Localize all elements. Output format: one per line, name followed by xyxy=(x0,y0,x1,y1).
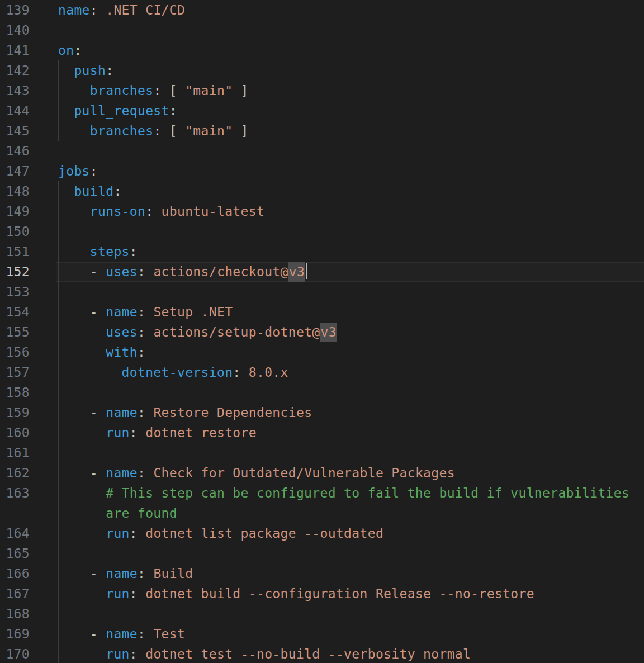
line-number[interactable]: 153 xyxy=(0,282,30,302)
code-token: : xyxy=(138,305,145,319)
code-token: Test xyxy=(145,627,185,641)
line-number[interactable]: 160 xyxy=(0,423,30,443)
code-text: branches: [ "main" ] xyxy=(58,80,249,101)
line-number[interactable]: 162 xyxy=(0,463,30,483)
code-token: # This step can be configured to fail th… xyxy=(58,486,629,500)
code-line[interactable]: 157 dotnet-version: 8.0.x xyxy=(0,362,644,382)
line-number[interactable]: 146 xyxy=(0,141,30,161)
code-line[interactable]: 153 xyxy=(0,282,644,302)
line-number[interactable]: 159 xyxy=(0,402,30,423)
code-editor[interactable]: 139name: .NET CI/CD140141on:142 push:143… xyxy=(0,0,644,663)
occurrence-highlight: v3 xyxy=(288,262,305,282)
code-line[interactable]: 147jobs: xyxy=(0,161,644,181)
line-number[interactable]: 143 xyxy=(0,80,30,101)
code-token: : [ xyxy=(153,124,185,138)
line-number[interactable]: 141 xyxy=(0,40,30,60)
line-number[interactable]: 167 xyxy=(0,584,30,604)
code-token: name xyxy=(106,305,138,319)
line-number[interactable]: 142 xyxy=(0,60,30,80)
code-token: : xyxy=(138,264,145,279)
code-line[interactable]: 146 xyxy=(0,141,644,161)
line-number[interactable]: 148 xyxy=(0,181,30,201)
code-text: # This step can be configured to fail th… xyxy=(58,483,629,503)
code-line[interactable]: 150 xyxy=(0,221,644,241)
code-line-current[interactable]: 152 - uses: actions/checkout@v3 xyxy=(0,262,644,282)
code-line[interactable]: 155 uses: actions/setup-dotnet@v3 xyxy=(0,322,644,342)
line-number[interactable]: 156 xyxy=(0,342,30,362)
code-line[interactable]: 145 branches: [ "main" ] xyxy=(0,121,644,141)
line-number[interactable]: 170 xyxy=(0,644,30,663)
code-token: : xyxy=(138,566,145,581)
code-line[interactable]: 142 push: xyxy=(0,60,644,80)
line-number[interactable]: 169 xyxy=(0,624,30,644)
code-token: dotnet test --no-build --verbosity norma… xyxy=(138,647,471,661)
code-token: : xyxy=(130,425,138,440)
code-line[interactable]: 170 run: dotnet test --no-build --verbos… xyxy=(0,644,644,663)
line-number[interactable]: 139 xyxy=(0,0,30,20)
code-line[interactable]: 165 xyxy=(0,543,644,563)
code-line[interactable]: 151 steps: xyxy=(0,241,644,262)
code-token: actions/setup-dotnet@ xyxy=(145,325,320,339)
code-line[interactable]: 154 - name: Setup .NET xyxy=(0,302,644,322)
code-text: on: xyxy=(58,40,82,60)
code-token: : xyxy=(138,345,145,359)
line-number[interactable]: 164 xyxy=(0,523,30,543)
code-line[interactable]: 164 run: dotnet list package --outdated xyxy=(0,523,644,543)
code-token: name xyxy=(106,627,138,641)
code-token: : xyxy=(106,63,113,78)
code-token: ubuntu-latest xyxy=(153,204,264,219)
line-number[interactable]: 145 xyxy=(0,121,30,141)
code-text: uses: actions/setup-dotnet@v3 xyxy=(58,322,337,342)
code-line[interactable]: 167 run: dotnet build --configuration Re… xyxy=(0,584,644,604)
line-number[interactable]: 161 xyxy=(0,443,30,463)
line-number[interactable]: 155 xyxy=(0,322,30,342)
code-line[interactable]: 143 branches: [ "main" ] xyxy=(0,80,644,101)
code-line[interactable]: 162 - name: Check for Outdated/Vulnerabl… xyxy=(0,463,644,483)
code-line[interactable]: 158 xyxy=(0,382,644,402)
line-number[interactable]: 165 xyxy=(0,543,30,563)
code-line[interactable]: 141on: xyxy=(0,40,644,60)
code-token: Setup .NET xyxy=(145,305,233,319)
line-number[interactable]: 154 xyxy=(0,302,30,322)
code-text: with: xyxy=(58,342,145,362)
line-number[interactable]: 140 xyxy=(0,20,30,40)
code-token: uses xyxy=(106,325,138,339)
code-text: branches: [ "main" ] xyxy=(58,121,249,141)
code-line[interactable]: 156 with: xyxy=(0,342,644,362)
code-line[interactable]: 149 runs-on: ubuntu-latest xyxy=(0,201,644,221)
line-number[interactable]: 147 xyxy=(0,161,30,181)
line-number[interactable]: 158 xyxy=(0,382,30,402)
code-line[interactable]: 159 - name: Restore Dependencies xyxy=(0,402,644,423)
code-text: name: .NET CI/CD xyxy=(58,0,185,20)
code-token: dotnet list package --outdated xyxy=(138,526,383,541)
code-token: run xyxy=(58,647,130,661)
line-number[interactable]: 151 xyxy=(0,241,30,262)
code-line[interactable]: 163 # This step can be configured to fai… xyxy=(0,483,644,503)
line-number[interactable]: 150 xyxy=(0,221,30,241)
code-token: : xyxy=(130,586,138,601)
line-number[interactable]: 152 xyxy=(0,262,30,282)
code-line[interactable]: 169 - name: Test xyxy=(0,624,644,644)
code-line[interactable]: 168 xyxy=(0,604,644,624)
code-line[interactable]: 161 xyxy=(0,443,644,463)
line-number[interactable]: 144 xyxy=(0,101,30,121)
code-line[interactable]: 166 - name: Build xyxy=(0,563,644,584)
code-line[interactable]: 144 pull_request: xyxy=(0,101,644,121)
line-number[interactable]: 149 xyxy=(0,201,30,221)
code-text: runs-on: ubuntu-latest xyxy=(58,201,264,221)
line-number[interactable]: 163 xyxy=(0,483,30,503)
code-line[interactable]: 139name: .NET CI/CD xyxy=(0,0,644,20)
code-token: : xyxy=(90,164,98,178)
line-number[interactable]: 168 xyxy=(0,604,30,624)
code-token: name xyxy=(106,566,138,581)
line-number[interactable]: 166 xyxy=(0,563,30,584)
code-token: jobs xyxy=(58,164,90,178)
line-number[interactable] xyxy=(0,503,30,523)
code-token: run xyxy=(58,425,130,440)
code-line[interactable]: 160 run: dotnet restore xyxy=(0,423,644,443)
code-line[interactable]: 148 build: xyxy=(0,181,644,201)
line-number[interactable]: 157 xyxy=(0,362,30,382)
code-line[interactable]: are found xyxy=(0,503,644,523)
code-line[interactable]: 140 xyxy=(0,20,644,40)
code-token: : xyxy=(138,405,145,420)
